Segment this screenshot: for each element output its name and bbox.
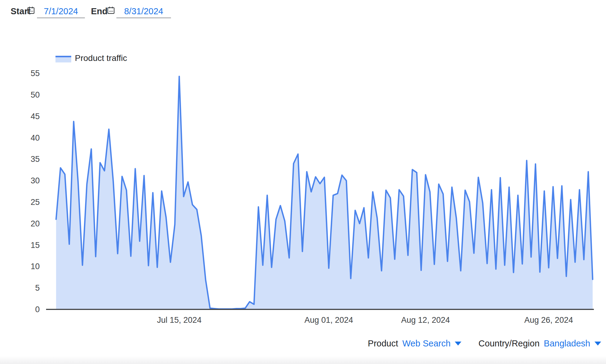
- x-axis-tick-label: Aug 01, 2024: [304, 316, 353, 325]
- country-filter-value[interactable]: Bangladesh: [544, 339, 590, 349]
- product-filter-label: Product: [368, 339, 398, 349]
- product-filter-value[interactable]: Web Search: [402, 339, 450, 349]
- bottom-scroll-strip: [0, 356, 606, 364]
- footer-filters: Product Web Search Country/Region Bangla…: [368, 339, 601, 349]
- country-filter-label: Country/Region: [478, 339, 540, 349]
- x-axis-tick-label: Aug 26, 2024: [524, 316, 573, 325]
- x-axis-tick-label: Jul 15, 2024: [157, 316, 202, 325]
- chevron-down-icon[interactable]: [594, 342, 601, 346]
- page: Start 7/1/2024 End 8/31/2024 Product tra…: [0, 0, 606, 364]
- x-axis-tick-label: Aug 12, 2024: [401, 316, 450, 325]
- x-axis-line: [46, 309, 594, 310]
- traffic-area-chart[interactable]: [0, 0, 606, 364]
- chevron-down-icon[interactable]: [455, 342, 461, 346]
